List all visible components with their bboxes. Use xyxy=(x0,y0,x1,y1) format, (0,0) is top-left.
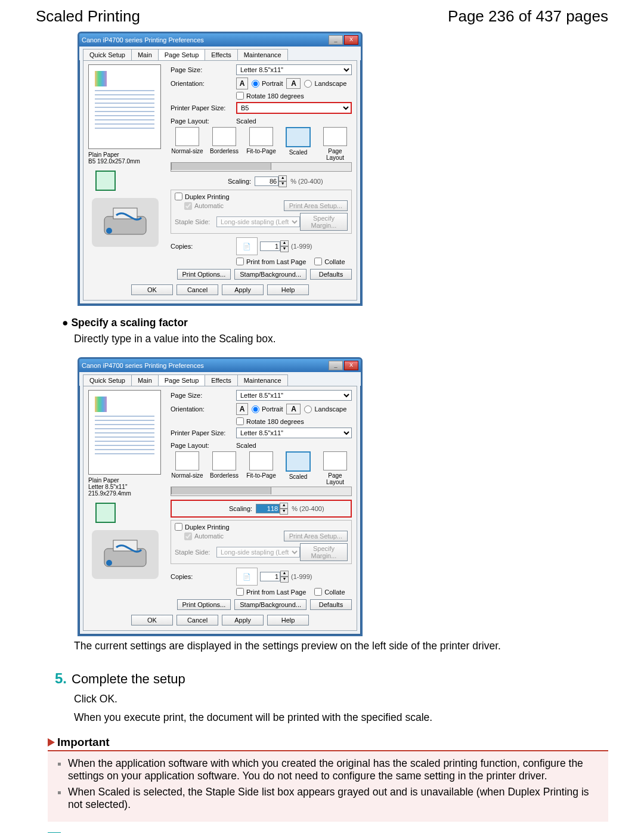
important-triangle-icon xyxy=(48,738,55,747)
preview-dims: B5 192.0x257.0mm xyxy=(88,158,165,165)
specify-margin-button: Specify Margin... xyxy=(300,213,348,231)
copies-input[interactable] xyxy=(260,572,280,581)
preview-envelope-icon xyxy=(95,171,116,191)
ok-button[interactable]: OK xyxy=(131,615,173,625)
portrait-icon: A xyxy=(236,403,248,415)
stamp-background-button[interactable]: Stamp/Background... xyxy=(234,599,306,610)
note-block: Note xyxy=(36,822,608,833)
copies-label: Copies: xyxy=(171,243,236,250)
layout-normal[interactable]: Normal-size xyxy=(171,451,204,485)
layout-borderless[interactable]: Borderless xyxy=(208,451,241,485)
scaling-input[interactable] xyxy=(256,504,280,513)
layout-scrollbar[interactable] xyxy=(171,487,352,496)
page-layout-value: Scaled xyxy=(236,117,256,125)
defaults-button[interactable]: Defaults xyxy=(310,599,352,610)
apply-button[interactable]: Apply xyxy=(222,284,264,295)
page-layout-label: Page Layout: xyxy=(171,442,236,449)
page-size-select[interactable]: Letter 8.5"x11" xyxy=(236,64,352,75)
layout-page-layout[interactable]: Page Layout xyxy=(318,451,352,485)
copies-range: (1-999) xyxy=(291,573,312,580)
page-title: Scaled Printing xyxy=(36,7,140,26)
tab-quick-setup[interactable]: Quick Setup xyxy=(83,49,132,60)
defaults-button[interactable]: Defaults xyxy=(310,269,352,280)
scaling-input[interactable] xyxy=(255,176,278,186)
scaling-down-icon[interactable]: ▼ xyxy=(280,509,288,515)
scaling-up-icon[interactable]: ▲ xyxy=(280,503,288,509)
page-layout-label: Page Layout: xyxy=(171,117,236,125)
landscape-radio[interactable]: Landscape xyxy=(304,405,346,413)
printing-preferences-dialog-2: Canon iP4700 series Printing Preferences… xyxy=(78,357,363,636)
window-title: Canon iP4700 series Printing Preferences xyxy=(82,36,204,44)
close-icon[interactable]: X xyxy=(344,361,358,370)
preview-envelope-icon xyxy=(95,503,116,523)
orientation-label: Orientation: xyxy=(171,80,236,87)
page-layout-list[interactable]: Normal-size Borderless Fit-to-Page Scale… xyxy=(171,127,352,161)
print-options-button[interactable]: Print Options... xyxy=(177,269,231,280)
scaling-up-icon[interactable]: ▲ xyxy=(278,175,287,181)
ok-button[interactable]: OK xyxy=(131,284,173,295)
preview-stripe-icon xyxy=(95,397,107,412)
stamp-background-button[interactable]: Stamp/Background... xyxy=(234,269,306,280)
tab-effects[interactable]: Effects xyxy=(205,49,237,60)
tab-quick-setup[interactable]: Quick Setup xyxy=(83,374,132,386)
tabstrip: Quick Setup Main Page Setup Effects Main… xyxy=(79,47,361,60)
layout-fit-to-page[interactable]: Fit-to-Page xyxy=(244,127,278,161)
close-icon[interactable]: X xyxy=(344,35,358,45)
important-item-2: When Scaled is selected, the Staple Side… xyxy=(68,786,600,815)
collate-checkbox[interactable]: Collate xyxy=(314,258,345,265)
layout-scaled[interactable]: Scaled xyxy=(281,451,315,485)
printer-paper-size-select[interactable]: Letter 8.5"x11" xyxy=(236,428,352,438)
tab-main[interactable]: Main xyxy=(131,49,159,60)
tab-main[interactable]: Main xyxy=(131,374,159,386)
scaling-stepper[interactable]: ▲▼ xyxy=(255,175,287,187)
minimize-icon[interactable]: _ xyxy=(329,35,343,45)
apply-button[interactable]: Apply xyxy=(222,615,264,625)
rotate-180-checkbox[interactable]: Rotate 180 degrees xyxy=(236,92,304,100)
printer-paper-size-select[interactable]: B5 xyxy=(236,102,352,114)
tab-page-setup[interactable]: Page Setup xyxy=(158,374,206,386)
help-button[interactable]: Help xyxy=(267,284,309,295)
copies-range: (1-999) xyxy=(291,243,312,250)
copies-input[interactable] xyxy=(260,241,280,251)
important-item-1: When the application software with which… xyxy=(68,757,600,786)
print-from-last-checkbox[interactable]: Print from Last Page xyxy=(236,588,306,596)
tab-maintenance[interactable]: Maintenance xyxy=(237,49,288,60)
portrait-radio[interactable]: Portrait xyxy=(252,405,283,413)
copies-label: Copies: xyxy=(171,573,236,580)
landscape-icon: A xyxy=(286,404,301,414)
layout-page-layout[interactable]: Page Layout xyxy=(318,127,352,161)
tabstrip: Quick Setup Main Page Setup Effects Main… xyxy=(79,372,361,386)
print-from-last-checkbox[interactable]: Print from Last Page xyxy=(236,258,306,265)
layout-scrollbar[interactable] xyxy=(171,162,352,172)
tab-page-setup[interactable]: Page Setup xyxy=(158,49,206,60)
cancel-button[interactable]: Cancel xyxy=(177,284,218,295)
scaling-down-icon[interactable]: ▼ xyxy=(278,181,287,187)
step-5-title: Complete the setup xyxy=(72,671,185,687)
window-title: Canon iP4700 series Printing Preferences xyxy=(82,362,204,369)
landscape-radio[interactable]: Landscape xyxy=(304,80,346,88)
layout-scaled[interactable]: Scaled xyxy=(281,127,315,161)
page-layout-list[interactable]: Normal-size Borderless Fit-to-Page Scale… xyxy=(171,451,352,485)
page-number: Page 236 of 437 pages xyxy=(448,7,608,26)
copies-stepper[interactable]: ▲▼ xyxy=(260,240,289,252)
important-heading: Important xyxy=(57,736,110,749)
layout-fit-to-page[interactable]: Fit-to-Page xyxy=(244,451,278,485)
portrait-radio[interactable]: Portrait xyxy=(252,80,283,88)
minimize-icon[interactable]: _ xyxy=(329,361,343,370)
layout-normal[interactable]: Normal-size xyxy=(171,127,204,161)
tab-maintenance[interactable]: Maintenance xyxy=(237,374,288,386)
staple-side-label: Staple Side: xyxy=(175,218,214,225)
print-options-button[interactable]: Print Options... xyxy=(177,599,231,610)
cancel-button[interactable]: Cancel xyxy=(177,615,218,625)
layout-borderless[interactable]: Borderless xyxy=(208,127,241,161)
rotate-180-checkbox[interactable]: Rotate 180 degrees xyxy=(236,417,304,425)
scaling-stepper[interactable]: ▲▼ xyxy=(256,503,288,515)
help-button[interactable]: Help xyxy=(267,615,309,625)
duplex-checkbox[interactable]: Duplex Printing xyxy=(175,193,230,200)
tab-effects[interactable]: Effects xyxy=(205,374,237,386)
step-5-number: 5. xyxy=(48,670,67,687)
copies-stepper[interactable]: ▲▼ xyxy=(260,571,289,583)
duplex-checkbox[interactable]: Duplex Printing xyxy=(175,523,230,531)
page-size-select[interactable]: Letter 8.5"x11" xyxy=(236,390,352,401)
collate-checkbox[interactable]: Collate xyxy=(314,588,345,596)
